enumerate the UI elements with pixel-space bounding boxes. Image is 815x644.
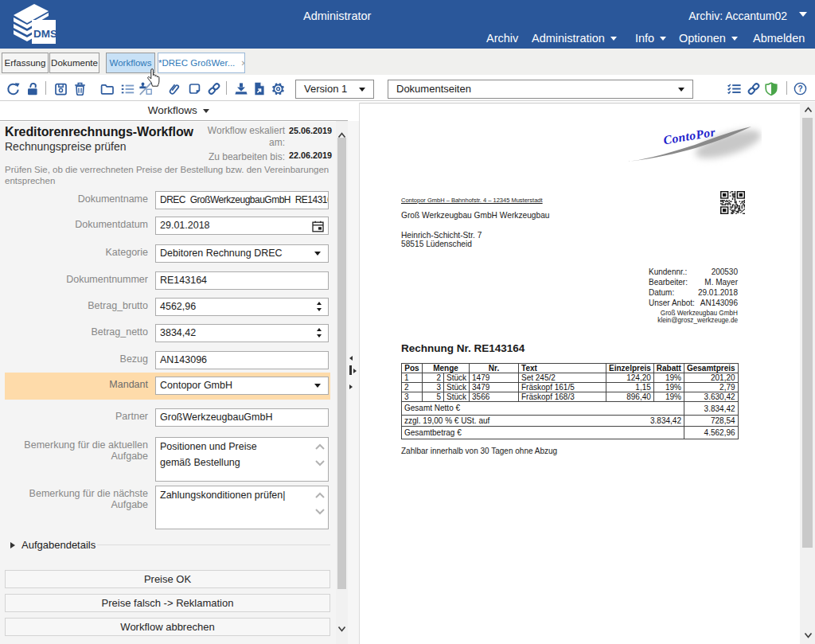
svg-text:DMS: DMS [33, 28, 57, 40]
svg-text:?: ? [797, 84, 802, 93]
